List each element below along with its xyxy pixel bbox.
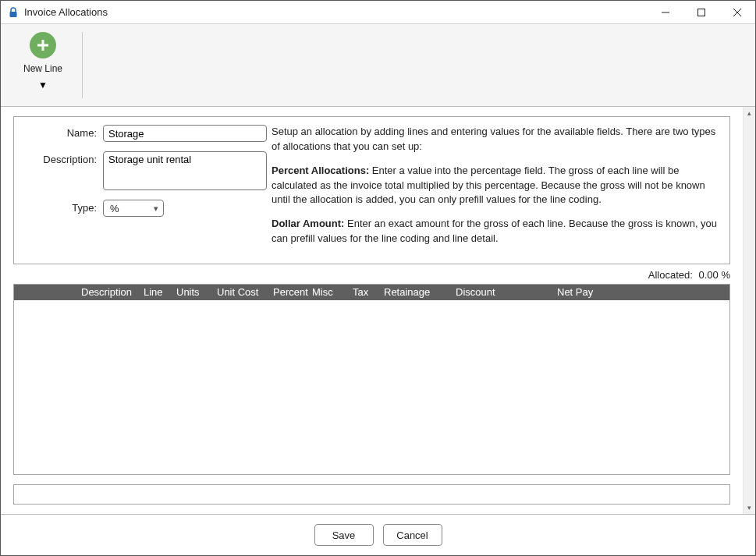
help-percent-para: Percent Allocations: Enter a value into … bbox=[272, 164, 719, 208]
svg-rect-2 bbox=[698, 9, 705, 16]
allocated-value: 0.00 % bbox=[699, 269, 730, 281]
plus-icon bbox=[30, 32, 56, 58]
window-title: Invoice Allocations bbox=[24, 6, 108, 18]
name-input[interactable] bbox=[103, 125, 267, 142]
lock-icon bbox=[7, 6, 20, 19]
type-label: Type: bbox=[25, 200, 103, 214]
description-input[interactable] bbox=[103, 151, 267, 190]
chevron-down-icon: ▾ bbox=[154, 204, 158, 214]
description-row: Description: bbox=[25, 151, 267, 190]
svg-rect-6 bbox=[37, 44, 48, 47]
type-row: Type: % ▾ bbox=[25, 200, 267, 217]
col-misc[interactable]: Misc bbox=[309, 286, 350, 298]
col-discount[interactable]: Discount bbox=[453, 286, 554, 298]
help-text: Setup an allocation by adding lines and … bbox=[267, 125, 719, 256]
allocation-grid: Description Line Units Unit Cost Percent… bbox=[13, 284, 730, 475]
toolbar: New Line ▼ bbox=[1, 24, 755, 107]
new-line-label: New Line bbox=[23, 63, 62, 74]
col-tax[interactable]: Tax bbox=[350, 286, 381, 298]
col-description[interactable]: Description bbox=[78, 286, 140, 298]
scrollbar-vertical[interactable]: ▴ ▾ bbox=[743, 107, 755, 514]
type-select[interactable]: % ▾ bbox=[103, 200, 164, 217]
form-column: Name: Description: Type: % ▾ bbox=[25, 125, 267, 256]
description-label: Description: bbox=[25, 151, 103, 165]
toolbar-separator bbox=[82, 32, 83, 98]
maximize-button[interactable] bbox=[683, 1, 719, 24]
body-area: Name: Description: Type: % ▾ Setup an al… bbox=[1, 107, 755, 514]
help-dollar-para: Dollar Amount: Enter an exact amount for… bbox=[272, 217, 719, 246]
grid-body[interactable] bbox=[14, 300, 729, 474]
scroll-down-icon[interactable]: ▾ bbox=[744, 501, 755, 514]
new-line-group: New Line ▼ bbox=[12, 29, 74, 90]
scroll-up-icon[interactable]: ▴ bbox=[744, 107, 755, 119]
minimize-button[interactable] bbox=[648, 1, 683, 24]
name-label: Name: bbox=[25, 125, 103, 139]
col-line[interactable]: Line bbox=[140, 286, 173, 298]
close-button[interactable] bbox=[719, 1, 755, 24]
col-percent[interactable]: Percent bbox=[270, 286, 309, 298]
type-value: % bbox=[110, 203, 119, 214]
col-unit-cost[interactable]: Unit Cost bbox=[214, 286, 270, 298]
col-net-pay[interactable]: Net Pay bbox=[554, 286, 729, 298]
col-retainage[interactable]: Retainage bbox=[381, 286, 453, 298]
help-percent-title: Percent Allocations: bbox=[272, 165, 369, 176]
dropdown-arrow-icon[interactable]: ▼ bbox=[38, 80, 48, 90]
footer: Save Cancel bbox=[1, 514, 755, 555]
save-label: Save bbox=[332, 529, 356, 541]
allocated-label: Allocated: bbox=[648, 269, 693, 281]
help-dollar-title: Dollar Amount: bbox=[272, 218, 344, 229]
name-row: Name: bbox=[25, 125, 267, 142]
allocated-status: Allocated: 0.00 % bbox=[13, 269, 730, 281]
help-intro: Setup an allocation by adding lines and … bbox=[272, 125, 719, 154]
window-root: Invoice Allocations New Line ▼ bbox=[0, 0, 756, 556]
title-bar: Invoice Allocations bbox=[1, 1, 755, 24]
grid-header-row: Description Line Units Unit Cost Percent… bbox=[14, 285, 729, 300]
save-button[interactable]: Save bbox=[314, 524, 374, 546]
allocation-setup-panel: Name: Description: Type: % ▾ Setup an al… bbox=[13, 116, 730, 264]
new-line-button[interactable]: New Line bbox=[23, 29, 62, 74]
status-strip bbox=[13, 484, 730, 505]
cancel-label: Cancel bbox=[396, 529, 428, 541]
svg-rect-0 bbox=[10, 12, 17, 17]
cancel-button[interactable]: Cancel bbox=[383, 524, 442, 546]
col-units[interactable]: Units bbox=[173, 286, 214, 298]
